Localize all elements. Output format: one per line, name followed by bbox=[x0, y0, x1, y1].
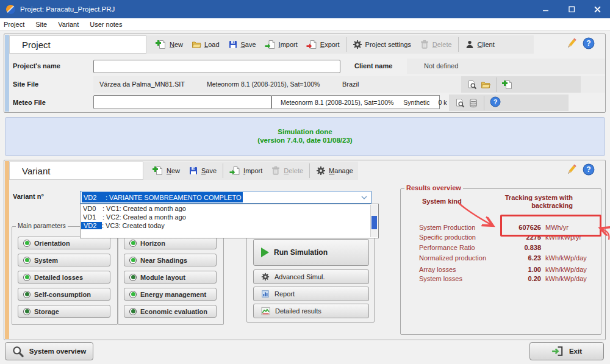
minimize-button[interactable] bbox=[533, 0, 559, 18]
new-project-button[interactable]: New bbox=[151, 37, 187, 52]
dropdown-scrollbar[interactable] bbox=[370, 205, 378, 237]
help-icon bbox=[583, 37, 595, 49]
bar-chart-icon bbox=[261, 290, 270, 298]
play-icon bbox=[261, 248, 269, 257]
param-button-self-consumption[interactable]: Self-consumption bbox=[18, 288, 110, 301]
import-project-button[interactable]: Import bbox=[260, 37, 302, 52]
detailed-results-button[interactable]: Detailed results bbox=[253, 304, 369, 318]
result-unit: kWh/kWp/day bbox=[545, 275, 587, 282]
run-simulation-button[interactable]: Run Simulation bbox=[253, 239, 369, 266]
system-kind-value: Tracking system with backtracking bbox=[474, 194, 573, 210]
line-chart-icon bbox=[261, 307, 270, 316]
param-button-near-shadings[interactable]: Near Shadings bbox=[124, 254, 217, 266]
status-led-icon bbox=[129, 240, 137, 247]
help-button[interactable] bbox=[583, 163, 595, 178]
manage-variants-button[interactable]: Manage bbox=[312, 163, 357, 179]
new-site-file-button[interactable] bbox=[502, 80, 513, 90]
page-plus-icon bbox=[152, 166, 163, 176]
meteo-distance: 0 k bbox=[430, 99, 447, 106]
result-unit: kWh/kWp/day bbox=[545, 254, 587, 262]
maximize-button[interactable] bbox=[559, 0, 584, 18]
project-name-label: Project's name bbox=[13, 62, 60, 70]
dropdown-item-vd2[interactable]: VD2: VC3: Created today bbox=[81, 221, 378, 230]
floppy-disk-icon bbox=[228, 40, 238, 49]
delete-variant-button[interactable]: Delete bbox=[267, 163, 307, 179]
title-bar: Project: Paracatu_Project.PRJ bbox=[0, 0, 610, 18]
folder-open-icon bbox=[192, 40, 201, 49]
window-title: Project: Paracatu_Project.PRJ bbox=[20, 5, 115, 13]
result-value: 1.00 bbox=[401, 266, 541, 273]
status-led-icon bbox=[23, 308, 30, 315]
client-button[interactable]: Client bbox=[461, 37, 499, 52]
meteo-info-box[interactable]: Meteonorm 8.1 (2008-2015), Sat=100% Synt… bbox=[271, 95, 440, 109]
param-button-horizon[interactable]: Horizon bbox=[124, 237, 217, 249]
menu-user-notes[interactable]: User notes bbox=[84, 21, 127, 28]
project-name-input[interactable] bbox=[93, 60, 340, 73]
simulation-status-line1: Simulation done bbox=[5, 127, 605, 136]
simulation-status-line2: (version 7.4.0, date 01/08/23) bbox=[5, 136, 605, 145]
client-name-value: Not defined bbox=[424, 62, 458, 70]
param-button-detailed-losses[interactable]: Detailed losses bbox=[18, 271, 110, 284]
dropdown-scrollbar-thumb[interactable] bbox=[371, 216, 377, 229]
view-meteo-file-button[interactable] bbox=[455, 98, 465, 108]
meteo-help-button[interactable] bbox=[490, 96, 501, 110]
dropdown-item-text: : VC2: Created a month ago bbox=[102, 213, 186, 221]
param-button-storage[interactable]: Storage bbox=[18, 305, 110, 318]
menu-variant[interactable]: Variant bbox=[52, 21, 84, 28]
view-site-file-button[interactable] bbox=[467, 80, 477, 90]
dropdown-item-vd1[interactable]: VD1: VC2: Created a month ago bbox=[81, 213, 378, 221]
param-button-orientation[interactable]: Orientation bbox=[18, 237, 110, 249]
menu-project[interactable]: Project bbox=[0, 21, 30, 28]
delete-project-button[interactable]: Delete bbox=[415, 37, 456, 52]
close-button[interactable] bbox=[584, 0, 610, 18]
app-logo-icon bbox=[6, 5, 15, 14]
meteo-file-label: Meteo File bbox=[13, 99, 46, 106]
toolbar-separator bbox=[223, 163, 223, 178]
project-settings-button[interactable]: Project settings bbox=[348, 37, 415, 52]
status-led-icon bbox=[23, 291, 30, 298]
dropdown-item-blank[interactable] bbox=[81, 230, 378, 238]
import-icon bbox=[265, 40, 276, 49]
variant-dropdown-list: VD0: VC1: Created a month agoVD1: VC2: C… bbox=[80, 204, 379, 238]
edit-comment-button[interactable] bbox=[565, 163, 578, 179]
edit-comment-button[interactable] bbox=[565, 37, 578, 52]
status-led-icon bbox=[129, 257, 137, 264]
load-project-button[interactable]: Load bbox=[187, 37, 223, 52]
system-overview-button[interactable]: System overview bbox=[5, 342, 93, 360]
result-unit: kWh/kWp/day bbox=[545, 266, 587, 273]
param-button-label: Economic evaluation bbox=[140, 308, 207, 315]
help-icon bbox=[583, 163, 595, 176]
floppy-disk-icon bbox=[188, 166, 198, 176]
meteo-file-input[interactable] bbox=[93, 95, 271, 109]
project-accent-strip bbox=[5, 35, 9, 112]
variant-number-label: Variant n° bbox=[13, 193, 44, 200]
new-variant-button[interactable]: New bbox=[148, 163, 184, 179]
meteo-database-button[interactable] bbox=[468, 98, 478, 108]
status-led-icon bbox=[129, 291, 137, 298]
import-variant-button[interactable]: Import bbox=[225, 163, 267, 179]
open-site-file-button[interactable] bbox=[481, 80, 490, 90]
dropdown-item-vd0[interactable]: VD0: VC1: Created a month ago bbox=[81, 204, 378, 213]
export-icon bbox=[306, 40, 317, 49]
simulation-group: Run Simulation Advanced Simul. Report De… bbox=[246, 234, 375, 323]
results-overview-group: Results overview System kind Tracking sy… bbox=[400, 188, 601, 335]
door-exit-icon bbox=[551, 346, 564, 357]
advanced-simulation-button[interactable]: Advanced Simul. bbox=[253, 269, 369, 284]
param-button-label: Orientation bbox=[34, 240, 70, 247]
result-row-system-losses: System losses0.20kWh/kWp/day bbox=[401, 275, 601, 283]
site-file-label: Site File bbox=[13, 80, 38, 88]
param-button-system[interactable]: System bbox=[18, 254, 110, 266]
param-button-energy-management[interactable]: Energy management bbox=[124, 288, 217, 301]
export-project-button[interactable]: Export bbox=[302, 37, 344, 52]
menu-site[interactable]: Site bbox=[30, 21, 52, 28]
param-button-module-layout[interactable]: Module layout bbox=[124, 271, 217, 284]
variant-combobox[interactable]: VD2 : VARIANTE SOMBREAMENTO COMPLETO bbox=[80, 191, 371, 204]
param-button-economic-evaluation[interactable]: Economic evaluation bbox=[124, 305, 217, 318]
save-variant-button[interactable]: Save bbox=[184, 163, 221, 179]
report-button[interactable]: Report bbox=[253, 287, 369, 301]
help-button[interactable] bbox=[583, 37, 595, 52]
exit-button[interactable]: Exit bbox=[529, 342, 604, 360]
param-button-label: Horizon bbox=[140, 240, 165, 247]
save-project-button[interactable]: Save bbox=[224, 37, 260, 52]
magnifier-icon bbox=[12, 346, 24, 357]
